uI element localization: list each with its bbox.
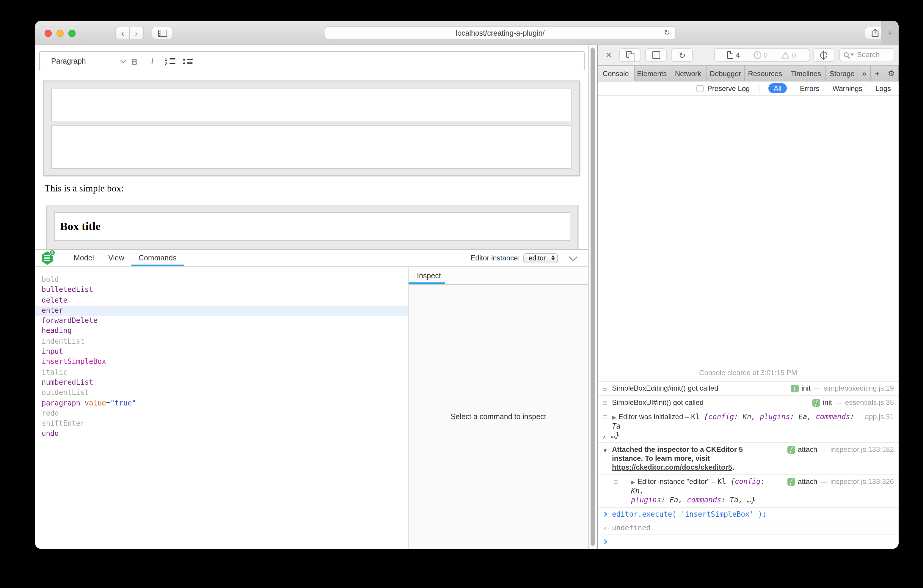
reload-icon: ↻ [678, 50, 685, 60]
tab-inspect[interactable]: Inspect [409, 271, 441, 280]
simple-box-widget-selected[interactable] [43, 81, 580, 176]
message-source[interactable]: app.js:31 [865, 412, 894, 422]
console-cleared-note: Console cleared at 3:01:15 PM [598, 369, 898, 377]
command-item-redo[interactable]: redo [35, 409, 408, 419]
tab-overflow-chevrons-button[interactable]: » [859, 66, 871, 81]
simple-box-description-field[interactable] [51, 125, 572, 169]
filter-all[interactable]: All [768, 83, 787, 94]
settings-gear-button[interactable]: ⚙ [884, 66, 898, 81]
command-item-enter[interactable]: enter [35, 305, 408, 316]
settings-gear-icon: ⚙ [888, 69, 895, 78]
collapse-inspector-icon[interactable] [568, 252, 578, 261]
preserve-log-checkbox[interactable] [697, 85, 704, 92]
devtools-tab-elements[interactable]: Elements [635, 66, 670, 81]
command-item-input[interactable]: input [35, 347, 408, 357]
function-badge-icon: f [791, 385, 798, 393]
log-icon: ☰ [603, 399, 607, 408]
message-source[interactable]: finit—essentials.js:35 [812, 398, 894, 407]
console-prompt[interactable] [598, 534, 898, 549]
inspector-tab-view[interactable]: View [101, 250, 131, 266]
search-input[interactable]: Search [839, 48, 895, 61]
new-tab-button[interactable]: + [881, 21, 898, 45]
collapse-triangle-icon[interactable]: ▼ [603, 447, 608, 455]
reload-page-button[interactable]: ↻ [672, 48, 693, 62]
close-window-button[interactable] [44, 30, 52, 37]
paragraph-text[interactable]: This is a simple box: [44, 183, 124, 194]
reload-icon[interactable]: ↻ [664, 28, 670, 37]
heading-dropdown[interactable]: Paragraph [51, 57, 125, 66]
message-source[interactable]: finit—simpleboxediting.js:19 [791, 384, 894, 393]
console-filter-bar: Preserve Log AllErrorsWarningsLogs [598, 81, 898, 96]
tab-overflow-chevrons-icon: » [862, 69, 866, 78]
browser-titlebar: ‹ › localhost/creating-a-plugin/ ↻ + [35, 21, 898, 45]
italic-button[interactable]: I [143, 53, 161, 69]
devtools-tab-network[interactable]: Network [670, 66, 707, 81]
sidebar-button[interactable] [152, 27, 173, 39]
inspector-tab-model[interactable]: Model [67, 250, 101, 266]
message-source[interactable]: fattach—inspector.js:133:326 [787, 478, 894, 486]
minimize-window-button[interactable] [56, 30, 64, 37]
url-text: localhost/creating-a-plugin/ [456, 29, 545, 37]
command-item-numberedList[interactable]: numberedList [35, 378, 408, 388]
page-scrollbar[interactable] [588, 45, 597, 549]
bulleted-list-button[interactable] [179, 53, 197, 69]
filter-errors[interactable]: Errors [800, 84, 819, 92]
inspector-tab-bar: ConsoleElementsNetworkDebuggerResourcesT… [598, 66, 898, 81]
share-icon [871, 28, 879, 38]
command-item-bold[interactable]: bold [35, 275, 408, 285]
close-inspector-button[interactable]: ✕ [605, 51, 612, 59]
command-item-paragraph[interactable]: paragraph value="true" [35, 398, 408, 409]
bold-button[interactable]: B [125, 53, 143, 69]
console-message[interactable]: ☰fattach—inspector.js:133:326▶Editor ins… [598, 475, 898, 507]
search-placeholder: Search [857, 51, 880, 59]
document-icon [728, 51, 734, 59]
expand-triangle-icon[interactable]: ▶ [612, 414, 616, 420]
command-item-insertSimpleBox[interactable]: insertSimpleBox [35, 357, 408, 368]
console-input-echo[interactable]: editor.execute( 'insertSimpleBox' ); [598, 507, 898, 521]
divider [759, 84, 759, 92]
page-count-badge: 4 [728, 51, 740, 59]
console-message[interactable]: ☰app.js:31▶Editor was initialized – Kl {… [598, 410, 898, 442]
inspector-tabs: ModelViewCommands [67, 250, 184, 266]
message-source[interactable]: fattach—inspector.js:133:182 [787, 445, 894, 454]
zoom-window-button[interactable] [68, 30, 76, 37]
command-item-italic[interactable]: italic [35, 367, 408, 378]
command-item-indentList[interactable]: indentList [35, 337, 408, 347]
devtools-tab-timelines[interactable]: Timelines [786, 66, 826, 81]
command-item-outdentList[interactable]: outdentList [35, 388, 408, 398]
editor-instance-select[interactable]: editor [523, 253, 558, 263]
address-bar[interactable]: localhost/creating-a-plugin/ ↻ [325, 26, 676, 40]
inspector-tab-commands[interactable]: Commands [131, 250, 184, 266]
resource-badges[interactable]: 4 0 0 [714, 48, 810, 62]
command-item-bulletedList[interactable]: bulletedList [35, 285, 408, 296]
console-result: ‹· undefined [598, 521, 898, 534]
devtools-tab-console[interactable]: Console [598, 66, 635, 81]
element-picker-button[interactable] [813, 48, 834, 62]
screen: ‹ › localhost/creating-a-plugin/ ↻ + [0, 0, 923, 588]
command-item-forwardDelete[interactable]: forwardDelete [35, 316, 408, 326]
dock-side-button[interactable] [619, 48, 641, 62]
preserve-log-label: Preserve Log [708, 84, 750, 92]
simple-box-title-field[interactable] [51, 89, 572, 121]
command-item-delete[interactable]: delete [35, 295, 408, 305]
devtools-tab-debugger[interactable]: Debugger [707, 66, 745, 81]
filter-logs[interactable]: Logs [875, 84, 891, 92]
console-message[interactable]: fattach—inspector.js:133:182▼Attached th… [598, 442, 898, 475]
devtools-tab-storage[interactable]: Storage [826, 66, 859, 81]
empty-state-message: Select a command to inspect [409, 285, 588, 549]
command-item-heading[interactable]: heading [35, 326, 408, 337]
simple-box-title-field[interactable]: Box title [54, 212, 570, 241]
prompt-chevron-icon [603, 512, 608, 517]
split-console-button[interactable] [645, 48, 667, 62]
numbered-list-button[interactable]: 1 2 [161, 53, 179, 69]
back-button[interactable]: ‹ [115, 27, 130, 39]
add-tab-button[interactable]: + [870, 66, 884, 81]
forward-button[interactable]: › [130, 27, 144, 39]
filter-warnings[interactable]: Warnings [832, 84, 862, 92]
forward-icon: › [135, 28, 138, 38]
expand-triangle-icon[interactable]: ▶ [631, 479, 635, 485]
command-item-shiftEnter[interactable]: shiftEnter [35, 419, 408, 429]
command-item-undo[interactable]: undo [35, 429, 408, 439]
devtools-tab-resources[interactable]: Resources [745, 66, 786, 81]
scrollbar-thumb[interactable] [591, 48, 595, 546]
